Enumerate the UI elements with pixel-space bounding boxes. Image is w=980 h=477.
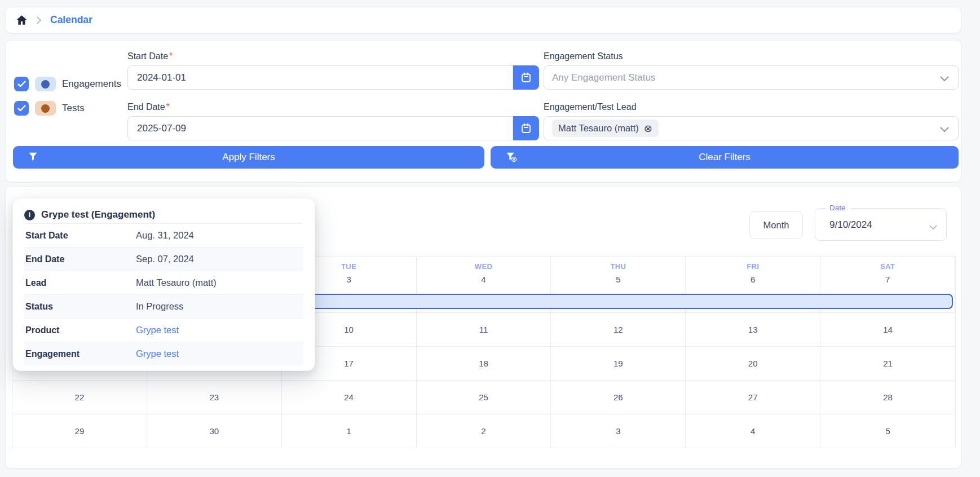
test-dot-icon xyxy=(41,104,50,113)
date-field-value: 9/10/2024 xyxy=(829,219,872,231)
day-cell[interactable]: 28 xyxy=(820,381,955,414)
engagement-status-select[interactable]: Any Engagement Status xyxy=(544,65,959,90)
tooltip-row-product: Product Grype test xyxy=(24,318,303,342)
end-date-label: End Date* xyxy=(127,102,170,112)
calendar-week-row-5: 29 30 1 2 3 4 5 xyxy=(12,414,955,448)
calendar-page: Calendar Engagements Tests Start Date* E… xyxy=(0,0,980,477)
day-cell[interactable]: 3 xyxy=(551,414,686,448)
day-cell[interactable]: 23 xyxy=(147,381,282,414)
day-cell[interactable]: 12 xyxy=(551,313,686,346)
date-field-label: Date xyxy=(826,204,850,212)
day-cell[interactable]: 1 xyxy=(282,414,417,448)
tooltip-row-start-date: Start Date Aug. 31, 2024 xyxy=(24,223,303,247)
event-tooltip: i Grype test (Engagement) Start Date Aug… xyxy=(12,198,315,371)
day-cell[interactable]: 24 xyxy=(282,381,417,414)
status-value: In Progress xyxy=(136,301,183,312)
end-date-input[interactable] xyxy=(127,116,513,140)
chevron-down-icon xyxy=(940,74,949,84)
engagements-toggle-row: Engagements xyxy=(14,77,121,91)
product-link[interactable]: Grype test xyxy=(136,325,179,335)
engagement-dot-icon xyxy=(41,80,50,89)
lead-label: Engagement/Test Lead xyxy=(544,102,637,112)
day-cell[interactable]: 19 xyxy=(551,347,686,380)
tooltip-row-lead: Lead Matt Tesauro (matt) xyxy=(24,271,303,294)
weekday-header: FRI xyxy=(747,262,759,271)
engagements-toggle-label: Engagements xyxy=(62,78,121,90)
day-cell[interactable]: 18 xyxy=(417,347,551,380)
calendar-week-row-4: 22 23 24 25 26 27 28 xyxy=(12,380,955,414)
day-cell[interactable]: 30 xyxy=(147,414,282,448)
apply-filters-button[interactable]: Apply Filters xyxy=(13,146,484,169)
month-view-button[interactable]: Month xyxy=(749,211,803,239)
remove-lead-icon[interactable]: ⊗ xyxy=(644,123,652,134)
calendar-date-field[interactable]: Date 9/10/2024 xyxy=(815,208,947,241)
day-cell[interactable]: 25 xyxy=(417,381,551,414)
day-cell[interactable]: 14 xyxy=(820,313,955,346)
tests-toggle-label: Tests xyxy=(62,103,85,114)
lead-select[interactable]: Matt Tesauro (matt) ⊗ xyxy=(544,116,959,140)
engagements-checkbox[interactable] xyxy=(14,77,29,91)
start-date-value: Aug. 31, 2024 xyxy=(136,230,194,241)
home-link[interactable] xyxy=(16,14,28,26)
day-cell[interactable]: 29 xyxy=(12,414,147,448)
filter-panel: Engagements Tests Start Date* End Date* … xyxy=(5,40,961,182)
day-cell[interactable]: 26 xyxy=(551,381,686,414)
lead-selected-value: Matt Tesauro (matt) xyxy=(558,123,639,134)
breadcrumb-separator-icon xyxy=(36,16,42,24)
tests-toggle-row: Tests xyxy=(14,101,85,116)
engagement-color-pill xyxy=(35,77,56,91)
day-cell[interactable]: 22 xyxy=(12,381,147,414)
chevron-down-icon xyxy=(940,125,949,135)
tooltip-row-engagement: Engagement Grype test xyxy=(24,342,303,365)
lead-value: Matt Tesauro (matt) xyxy=(136,277,217,288)
end-date-calendar-button[interactable] xyxy=(513,116,539,140)
day-cell[interactable]: 13 xyxy=(686,313,820,346)
day-cell[interactable]: 21 xyxy=(820,347,955,380)
day-cell[interactable]: 2 xyxy=(417,414,551,448)
lead-selected-chip: Matt Tesauro (matt) ⊗ xyxy=(552,120,659,137)
calendar-icon xyxy=(521,123,531,134)
day-cell[interactable]: 20 xyxy=(686,347,820,380)
calendar-icon xyxy=(521,72,531,83)
tooltip-title: Grype test (Engagement) xyxy=(41,209,155,220)
tests-checkbox[interactable] xyxy=(14,101,29,116)
engagement-status-placeholder: Any Engagement Status xyxy=(552,72,655,83)
check-icon xyxy=(17,105,26,112)
clear-filters-button[interactable]: Clear Filters xyxy=(491,146,959,169)
chevron-down-icon xyxy=(929,222,937,232)
day-cell[interactable]: 11 xyxy=(417,313,551,346)
info-icon: i xyxy=(24,210,35,220)
day-cell[interactable]: 4 xyxy=(686,414,820,448)
breadcrumb: Calendar xyxy=(5,7,961,33)
weekday-header: TUE xyxy=(341,262,356,271)
start-date-input[interactable] xyxy=(127,65,513,90)
weekday-header: WED xyxy=(475,262,493,271)
check-icon xyxy=(17,81,26,87)
filter-icon xyxy=(28,152,38,164)
required-asterisk: * xyxy=(166,102,170,112)
filter-clear-icon xyxy=(506,152,517,165)
weekday-header: THU xyxy=(610,262,626,271)
end-date-value: Sep. 07, 2024 xyxy=(136,254,194,264)
tooltip-row-status: Status In Progress xyxy=(24,294,303,318)
engagement-link[interactable]: Grype test xyxy=(136,348,179,359)
tooltip-row-end-date: End Date Sep. 07, 2024 xyxy=(24,247,303,271)
day-cell[interactable]: 5 xyxy=(820,414,955,448)
breadcrumb-calendar-link[interactable]: Calendar xyxy=(50,14,92,26)
start-date-label: Start Date* xyxy=(127,51,173,61)
tooltip-title-row: i Grype test (Engagement) xyxy=(24,206,303,223)
test-color-pill xyxy=(35,101,56,116)
start-date-calendar-button[interactable] xyxy=(513,65,539,90)
day-cell[interactable]: 27 xyxy=(686,381,820,414)
required-asterisk: * xyxy=(169,51,173,61)
weekday-header: SAT xyxy=(880,262,895,271)
engagement-status-label: Engagement Status xyxy=(544,51,623,61)
home-icon xyxy=(16,14,28,26)
